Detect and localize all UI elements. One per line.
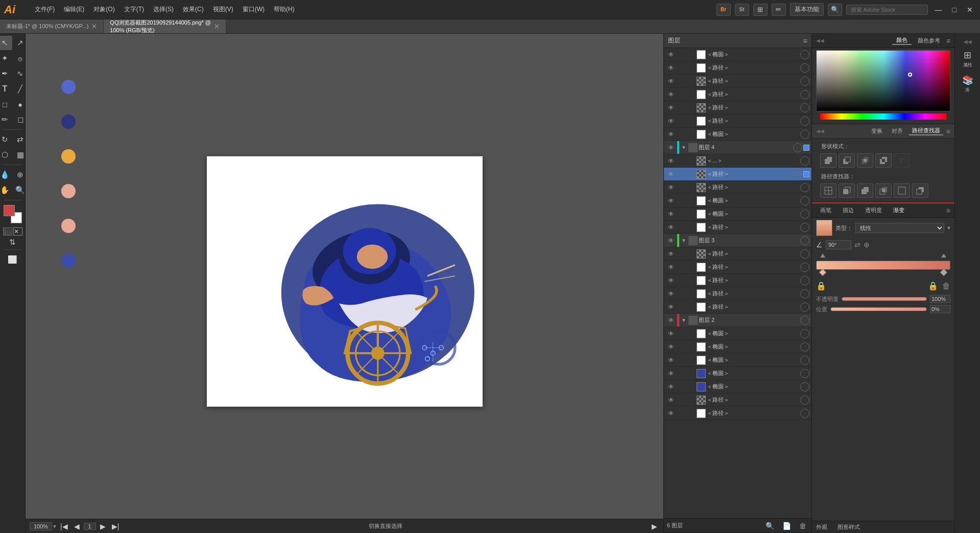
- layer-visibility-btn[interactable]: 👁: [666, 89, 676, 100]
- expand-btn[interactable]: 扩: [894, 153, 910, 168]
- far-right-collapse[interactable]: ◀◀: [963, 38, 973, 45]
- layer-row[interactable]: 👁＜椭圆＞: [664, 367, 811, 380]
- select-tool[interactable]: ↖: [0, 36, 12, 50]
- menu-view[interactable]: 视图(V): [209, 3, 237, 16]
- layer-row[interactable]: 👁＜路径＞: [664, 287, 811, 300]
- layer-visibility-btn[interactable]: 👁: [666, 382, 676, 392]
- pencil-tool[interactable]: ✏: [0, 112, 12, 127]
- layer-row[interactable]: 👁＜...＞: [664, 154, 811, 168]
- layer-target-btn[interactable]: [800, 223, 809, 232]
- properties-panel-btn[interactable]: ⊞ 属性: [959, 48, 977, 71]
- trim-btn[interactable]: [839, 183, 855, 198]
- color-ref-tab[interactable]: 颜色参考: [914, 37, 944, 44]
- pf-menu-btn[interactable]: ≡: [946, 127, 950, 135]
- layer-target-btn[interactable]: [800, 183, 809, 192]
- swap-colors-btn[interactable]: ⇅: [8, 238, 17, 247]
- no-fill-btn[interactable]: ✕: [13, 227, 22, 236]
- layer-expand-arrow[interactable]: ▼: [680, 145, 687, 150]
- layer-target-btn[interactable]: [793, 170, 802, 179]
- menu-text[interactable]: 文字(T): [120, 3, 148, 16]
- layer-target-btn[interactable]: [793, 143, 802, 152]
- crop-btn[interactable]: [875, 183, 892, 198]
- divide-btn[interactable]: [820, 183, 836, 198]
- opacity-track[interactable]: [842, 297, 927, 301]
- layer-visibility-btn[interactable]: 👁: [666, 236, 676, 246]
- pen-tool[interactable]: ✒: [0, 66, 12, 81]
- color-tab[interactable]: 颜色: [892, 36, 912, 45]
- layer-target-btn[interactable]: [800, 130, 809, 139]
- layer-row[interactable]: 👁＜椭圆＞: [664, 48, 811, 61]
- layer-target-btn[interactable]: [800, 276, 809, 285]
- layer-row[interactable]: 👁＜椭圆＞: [664, 380, 811, 393]
- zoom-tool[interactable]: 🔍: [13, 183, 26, 197]
- column-graph-tool[interactable]: ▦: [13, 148, 26, 162]
- layer-row[interactable]: 👁＜路径＞: [664, 61, 811, 75]
- hue-strip[interactable]: [820, 113, 946, 120]
- menu-window[interactable]: 窗口(W): [238, 3, 269, 16]
- layer-visibility-btn[interactable]: 👁: [666, 395, 676, 405]
- layer-target-btn[interactable]: [800, 50, 809, 59]
- opacity-input[interactable]: [930, 295, 950, 303]
- gradient-stop-top-right[interactable]: [941, 253, 946, 258]
- add-layer-btn[interactable]: 📄: [780, 521, 793, 531]
- gradient-lock-right[interactable]: 🔒: [928, 281, 938, 291]
- layer-visibility-btn[interactable]: 👁: [666, 76, 676, 86]
- layer-row[interactable]: 👁＜路径＞: [664, 181, 811, 194]
- layer-visibility-btn[interactable]: 👁: [666, 302, 676, 312]
- blob-tool[interactable]: ●: [13, 97, 26, 111]
- layer-target-btn[interactable]: [800, 263, 809, 272]
- menu-effect[interactable]: 效果(C): [179, 3, 208, 16]
- layer-target-btn[interactable]: [800, 236, 809, 245]
- layer-target-btn[interactable]: [800, 289, 809, 298]
- stock-btn[interactable]: St: [735, 4, 749, 16]
- line-tool[interactable]: ╱: [13, 82, 26, 96]
- gradient-type-select[interactable]: 线性 径向: [855, 223, 944, 233]
- merge-btn[interactable]: [857, 183, 873, 198]
- measure-tool[interactable]: ⊕: [13, 168, 26, 182]
- color-spectrum[interactable]: [816, 50, 950, 111]
- layer-target-btn[interactable]: [800, 356, 809, 365]
- transform-tab[interactable]: 变换: [868, 127, 886, 135]
- layer-visibility-btn[interactable]: 👁: [666, 116, 676, 126]
- layer-visibility-btn[interactable]: 👁: [666, 196, 676, 206]
- gradient-reverse-btn[interactable]: ⇄: [854, 241, 861, 249]
- exclude-btn[interactable]: [875, 153, 892, 168]
- layer-visibility-btn[interactable]: 👁: [666, 209, 676, 219]
- layer-row[interactable]: 👁＜路径＞: [664, 261, 811, 274]
- layer-target-btn[interactable]: [800, 156, 809, 166]
- layer-visibility-btn[interactable]: 👁: [666, 182, 676, 193]
- layer-visibility-btn[interactable]: 👁: [666, 289, 676, 299]
- stock-search[interactable]: [846, 5, 928, 15]
- close-btn[interactable]: ✕: [964, 4, 976, 16]
- layer-target-btn[interactable]: [800, 249, 809, 259]
- rotate-tool[interactable]: ↻: [0, 132, 12, 147]
- eraser-tool[interactable]: ◻: [13, 112, 26, 127]
- align-tab[interactable]: 对齐: [889, 127, 906, 135]
- eyedropper-tool[interactable]: 💧: [0, 168, 12, 182]
- nav-prev-prev[interactable]: |◀: [58, 521, 70, 531]
- layer-visibility-btn[interactable]: 👁: [666, 408, 676, 419]
- menu-file[interactable]: 文件(F): [31, 3, 59, 16]
- nav-next-next[interactable]: ▶|: [110, 521, 122, 531]
- gradient-stop-top-left[interactable]: [820, 253, 825, 258]
- layer-row[interactable]: 👁▼图层 3: [664, 234, 811, 247]
- layer-visibility-btn[interactable]: 👁: [666, 156, 676, 166]
- layer-visibility-btn[interactable]: 👁: [666, 249, 676, 259]
- layer-visibility-btn[interactable]: 👁: [666, 355, 676, 365]
- direct-select-tool[interactable]: ↗: [13, 36, 26, 50]
- layer-visibility-btn[interactable]: 👁: [666, 275, 676, 286]
- opacity-tab[interactable]: 透明度: [861, 206, 886, 214]
- grid-btn[interactable]: ⊞: [753, 4, 768, 16]
- gradient-menu-btn[interactable]: ≡: [946, 206, 950, 215]
- bridge-btn[interactable]: Br: [716, 4, 731, 16]
- workspace-label[interactable]: 基本功能: [790, 3, 824, 16]
- layer-visibility-btn[interactable]: 👁: [666, 169, 676, 179]
- search-layer-btn[interactable]: 🔍: [763, 521, 776, 531]
- layer-row[interactable]: 👁＜椭圆＞: [664, 128, 811, 141]
- layer-row[interactable]: 👁＜路径＞: [664, 101, 811, 114]
- layer-target-btn[interactable]: [800, 63, 809, 73]
- gradient-options-btn[interactable]: ⊕: [864, 241, 870, 249]
- lasso-tool[interactable]: ⌾: [13, 51, 26, 65]
- pf-collapse[interactable]: ◀◀: [816, 128, 823, 134]
- zoom-dropdown-icon[interactable]: ▾: [53, 523, 56, 530]
